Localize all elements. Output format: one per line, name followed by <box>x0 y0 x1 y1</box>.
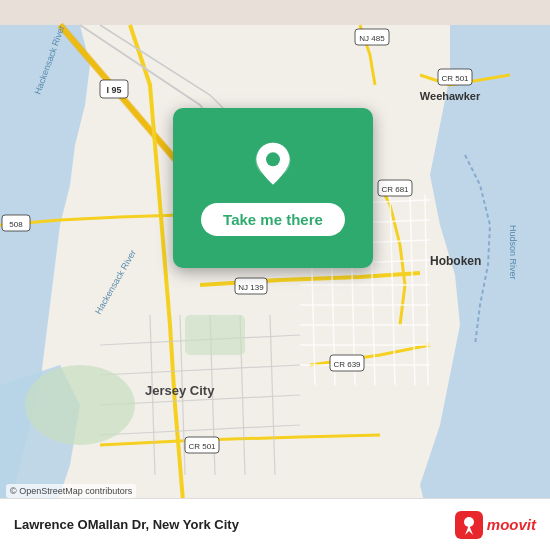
svg-text:CR 681: CR 681 <box>381 185 409 194</box>
moovit-text: moovit <box>487 516 536 533</box>
svg-text:Jersey City: Jersey City <box>145 383 215 398</box>
svg-point-29 <box>25 365 135 445</box>
location-label: Lawrence OMallan Dr, New York City <box>14 517 455 532</box>
osm-attribution: © OpenStreetMap contributors <box>6 484 136 498</box>
take-me-there-button[interactable]: Take me there <box>201 203 345 236</box>
svg-text:CR 501: CR 501 <box>441 74 469 83</box>
map-pin-icon <box>249 141 297 189</box>
svg-text:Hudson River: Hudson River <box>508 225 518 280</box>
svg-rect-30 <box>185 315 245 355</box>
map-background: I 95 NJ 139 CR 681 CR 639 CR 501 NJ 485 … <box>0 0 550 550</box>
svg-text:508: 508 <box>9 220 23 229</box>
svg-text:Hoboken: Hoboken <box>430 254 481 268</box>
svg-point-54 <box>266 152 280 166</box>
svg-text:NJ 485: NJ 485 <box>359 34 385 43</box>
svg-text:NJ 139: NJ 139 <box>238 283 264 292</box>
osm-attribution-text: © OpenStreetMap contributors <box>10 486 132 496</box>
svg-text:CR 501: CR 501 <box>188 442 216 451</box>
svg-text:I 95: I 95 <box>106 85 121 95</box>
svg-text:CR 639: CR 639 <box>333 360 361 369</box>
popup-card: Take me there <box>173 108 373 268</box>
bottom-bar: Lawrence OMallan Dr, New York City moovi… <box>0 498 550 550</box>
moovit-logo-icon <box>455 511 483 539</box>
map-container: I 95 NJ 139 CR 681 CR 639 CR 501 NJ 485 … <box>0 0 550 550</box>
svg-text:Weehawker: Weehawker <box>420 90 481 102</box>
moovit-logo: moovit <box>455 511 536 539</box>
